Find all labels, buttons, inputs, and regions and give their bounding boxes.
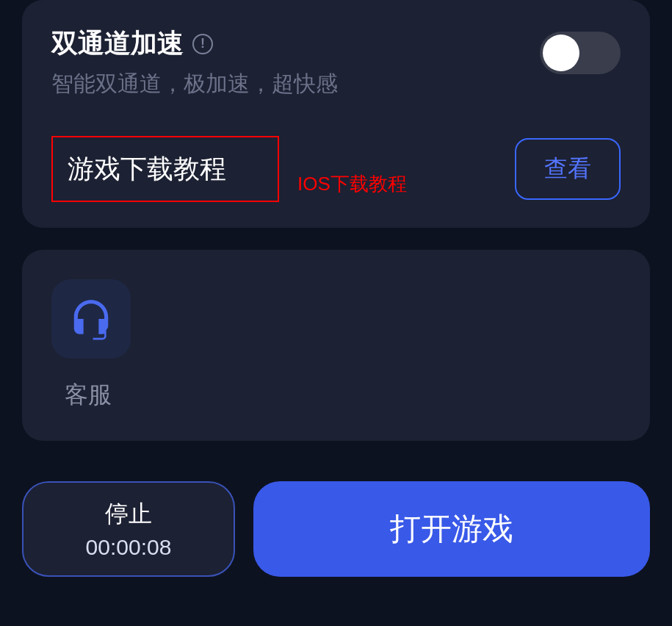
tutorial-row: 游戏下载教程 IOS下载教程 查看	[51, 136, 621, 202]
dual-channel-toggle[interactable]	[540, 32, 621, 74]
toggle-knob	[543, 35, 579, 71]
stop-timer: 00:00:08	[86, 535, 172, 560]
dual-channel-subtitle: 智能双通道，极加速，超快感	[51, 69, 540, 99]
dual-channel-title-row: 双通道加速 !	[51, 26, 540, 62]
info-icon[interactable]: !	[192, 34, 213, 54]
customer-service-label: 客服	[65, 379, 112, 411]
settings-card: 双通道加速 ! 智能双通道，极加速，超快感 游戏下载教程 IOS下载教程 查看	[22, 0, 650, 228]
dual-channel-row: 双通道加速 ! 智能双通道，极加速，超快感	[51, 26, 621, 99]
view-tutorial-button[interactable]: 查看	[515, 138, 621, 200]
headset-icon	[68, 296, 114, 342]
dual-channel-text-block: 双通道加速 ! 智能双通道，极加速，超快感	[51, 26, 540, 99]
service-card: 客服	[22, 250, 650, 441]
stop-label: 停止	[105, 498, 152, 530]
info-icon-glyph: !	[200, 36, 205, 51]
bottom-action-bar: 停止 00:00:08 打开游戏	[22, 481, 650, 577]
stop-button[interactable]: 停止 00:00:08	[22, 481, 235, 577]
open-game-label: 打开游戏	[390, 508, 513, 550]
tutorial-highlight-box: 游戏下载教程	[51, 136, 279, 202]
tutorial-title: 游戏下载教程	[68, 151, 226, 187]
customer-service-icon-box	[51, 279, 131, 359]
customer-service-item[interactable]: 客服	[51, 279, 621, 411]
open-game-button[interactable]: 打开游戏	[253, 481, 650, 577]
dual-channel-title: 双通道加速	[51, 26, 184, 62]
tutorial-annotation: IOS下载教程	[297, 171, 407, 197]
